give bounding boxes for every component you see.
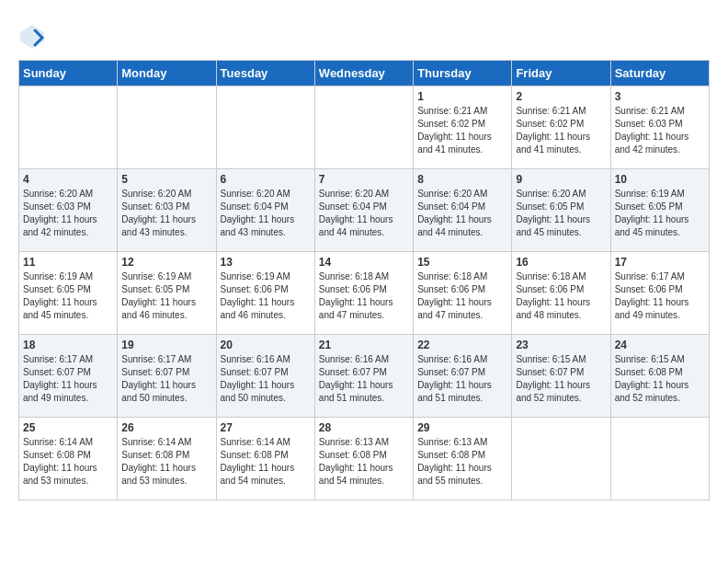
day-number: 9: [516, 173, 606, 186]
day-number: 18: [23, 339, 113, 351]
day-number: 21: [319, 339, 409, 351]
day-info: Sunrise: 6:13 AM Sunset: 6:08 PM Dayligh…: [319, 436, 409, 488]
day-info: Sunrise: 6:16 AM Sunset: 6:07 PM Dayligh…: [221, 353, 311, 405]
day-info: Sunrise: 6:20 AM Sunset: 6:05 PM Dayligh…: [516, 188, 606, 239]
day-number: 15: [417, 256, 507, 269]
calendar-cell: 2Sunrise: 6:21 AM Sunset: 6:02 PM Daylig…: [512, 86, 610, 169]
logo: [18, 23, 50, 51]
calendar-cell: 26Sunrise: 6:14 AM Sunset: 6:08 PM Dayli…: [118, 418, 216, 500]
day-number: 3: [615, 90, 705, 103]
calendar-cell: 25Sunrise: 6:14 AM Sunset: 6:08 PM Dayli…: [19, 418, 118, 500]
calendar-cell: 15Sunrise: 6:18 AM Sunset: 6:06 PM Dayli…: [414, 252, 512, 335]
day-number: 11: [23, 256, 113, 269]
calendar-cell: 7Sunrise: 6:20 AM Sunset: 6:04 PM Daylig…: [314, 169, 413, 252]
calendar-cell: 9Sunrise: 6:20 AM Sunset: 6:05 PM Daylig…: [512, 169, 610, 252]
day-header-tuesday: Tuesday: [216, 61, 314, 86]
day-number: 23: [516, 339, 606, 351]
day-number: 25: [23, 421, 113, 434]
calendar-cell: 5Sunrise: 6:20 AM Sunset: 6:03 PM Daylig…: [118, 169, 216, 252]
calendar-cell: [118, 86, 216, 169]
day-info: Sunrise: 6:19 AM Sunset: 6:05 PM Dayligh…: [121, 270, 211, 322]
day-info: Sunrise: 6:20 AM Sunset: 6:04 PM Dayligh…: [319, 188, 409, 239]
day-number: 22: [417, 339, 507, 351]
day-header-saturday: Saturday: [610, 61, 709, 86]
calendar-cell: 6Sunrise: 6:20 AM Sunset: 6:04 PM Daylig…: [216, 169, 314, 252]
day-info: Sunrise: 6:14 AM Sunset: 6:08 PM Dayligh…: [221, 436, 311, 488]
day-info: Sunrise: 6:18 AM Sunset: 6:06 PM Dayligh…: [516, 270, 606, 322]
day-info: Sunrise: 6:16 AM Sunset: 6:07 PM Dayligh…: [319, 353, 409, 405]
day-info: Sunrise: 6:20 AM Sunset: 6:04 PM Dayligh…: [221, 188, 311, 239]
day-info: Sunrise: 6:18 AM Sunset: 6:06 PM Dayligh…: [319, 270, 409, 322]
day-header-monday: Monday: [118, 61, 216, 86]
calendar-cell: 12Sunrise: 6:19 AM Sunset: 6:05 PM Dayli…: [118, 252, 216, 335]
day-info: Sunrise: 6:17 AM Sunset: 6:07 PM Dayligh…: [121, 353, 211, 405]
calendar-cell: 1Sunrise: 6:21 AM Sunset: 6:02 PM Daylig…: [414, 86, 512, 169]
calendar-cell: 28Sunrise: 6:13 AM Sunset: 6:08 PM Dayli…: [314, 418, 413, 500]
day-number: 10: [615, 173, 705, 186]
day-header-sunday: Sunday: [19, 61, 118, 86]
page-header: [18, 18, 710, 51]
day-info: Sunrise: 6:19 AM Sunset: 6:05 PM Dayligh…: [615, 188, 705, 239]
day-info: Sunrise: 6:21 AM Sunset: 6:02 PM Dayligh…: [516, 105, 606, 156]
day-number: 13: [221, 256, 311, 269]
calendar-cell: 17Sunrise: 6:17 AM Sunset: 6:06 PM Dayli…: [610, 252, 709, 335]
day-number: 6: [221, 173, 311, 186]
day-info: Sunrise: 6:17 AM Sunset: 6:06 PM Dayligh…: [615, 270, 705, 322]
day-number: 17: [615, 256, 705, 269]
calendar-cell: 20Sunrise: 6:16 AM Sunset: 6:07 PM Dayli…: [216, 335, 314, 418]
calendar-cell: 13Sunrise: 6:19 AM Sunset: 6:06 PM Dayli…: [216, 252, 314, 335]
calendar-cell: 18Sunrise: 6:17 AM Sunset: 6:07 PM Dayli…: [19, 335, 118, 418]
calendar-cell: 4Sunrise: 6:20 AM Sunset: 6:03 PM Daylig…: [19, 169, 118, 252]
calendar-week-row: 25Sunrise: 6:14 AM Sunset: 6:08 PM Dayli…: [19, 418, 710, 500]
calendar-week-row: 11Sunrise: 6:19 AM Sunset: 6:05 PM Dayli…: [19, 252, 710, 335]
calendar-cell: 8Sunrise: 6:20 AM Sunset: 6:04 PM Daylig…: [414, 169, 512, 252]
calendar-week-row: 1Sunrise: 6:21 AM Sunset: 6:02 PM Daylig…: [19, 86, 710, 169]
calendar-cell: 11Sunrise: 6:19 AM Sunset: 6:05 PM Dayli…: [19, 252, 118, 335]
day-number: 5: [121, 173, 211, 186]
calendar-cell: [216, 86, 314, 169]
day-info: Sunrise: 6:15 AM Sunset: 6:07 PM Dayligh…: [516, 353, 606, 405]
calendar-cell: 19Sunrise: 6:17 AM Sunset: 6:07 PM Dayli…: [118, 335, 216, 418]
day-info: Sunrise: 6:13 AM Sunset: 6:08 PM Dayligh…: [417, 436, 507, 488]
day-info: Sunrise: 6:19 AM Sunset: 6:06 PM Dayligh…: [221, 270, 311, 322]
day-number: 4: [23, 173, 113, 186]
calendar-cell: 16Sunrise: 6:18 AM Sunset: 6:06 PM Dayli…: [512, 252, 610, 335]
day-number: 24: [615, 339, 705, 351]
day-number: 1: [417, 90, 507, 103]
calendar-week-row: 4Sunrise: 6:20 AM Sunset: 6:03 PM Daylig…: [19, 169, 710, 252]
day-info: Sunrise: 6:20 AM Sunset: 6:03 PM Dayligh…: [23, 188, 113, 239]
day-info: Sunrise: 6:16 AM Sunset: 6:07 PM Dayligh…: [417, 353, 507, 405]
day-number: 27: [221, 421, 311, 434]
logo-icon: [18, 23, 46, 51]
day-info: Sunrise: 6:21 AM Sunset: 6:02 PM Dayligh…: [417, 105, 507, 156]
calendar-cell: [314, 86, 413, 169]
calendar-cell: 24Sunrise: 6:15 AM Sunset: 6:08 PM Dayli…: [610, 335, 709, 418]
calendar-cell: 14Sunrise: 6:18 AM Sunset: 6:06 PM Dayli…: [314, 252, 413, 335]
day-info: Sunrise: 6:18 AM Sunset: 6:06 PM Dayligh…: [417, 270, 507, 322]
day-number: 29: [417, 421, 507, 434]
day-info: Sunrise: 6:14 AM Sunset: 6:08 PM Dayligh…: [23, 436, 113, 488]
day-number: 28: [319, 421, 409, 434]
calendar-header-row: SundayMondayTuesdayWednesdayThursdayFrid…: [19, 61, 710, 86]
calendar-cell: [19, 86, 118, 169]
day-number: 20: [221, 339, 311, 351]
day-info: Sunrise: 6:15 AM Sunset: 6:08 PM Dayligh…: [615, 353, 705, 405]
day-number: 26: [121, 421, 211, 434]
day-info: Sunrise: 6:21 AM Sunset: 6:03 PM Dayligh…: [615, 105, 705, 156]
day-number: 12: [121, 256, 211, 269]
calendar-cell: [512, 418, 610, 500]
calendar-cell: 29Sunrise: 6:13 AM Sunset: 6:08 PM Dayli…: [414, 418, 512, 500]
day-number: 16: [516, 256, 606, 269]
day-number: 8: [417, 173, 507, 186]
day-info: Sunrise: 6:20 AM Sunset: 6:03 PM Dayligh…: [121, 188, 211, 239]
day-number: 7: [319, 173, 409, 186]
calendar-cell: 21Sunrise: 6:16 AM Sunset: 6:07 PM Dayli…: [314, 335, 413, 418]
calendar-table: SundayMondayTuesdayWednesdayThursdayFrid…: [18, 60, 710, 500]
day-info: Sunrise: 6:20 AM Sunset: 6:04 PM Dayligh…: [417, 188, 507, 239]
calendar-cell: 10Sunrise: 6:19 AM Sunset: 6:05 PM Dayli…: [610, 169, 709, 252]
day-info: Sunrise: 6:19 AM Sunset: 6:05 PM Dayligh…: [23, 270, 113, 322]
calendar-cell: 3Sunrise: 6:21 AM Sunset: 6:03 PM Daylig…: [610, 86, 709, 169]
day-number: 14: [319, 256, 409, 269]
day-number: 2: [516, 90, 606, 103]
calendar-cell: 27Sunrise: 6:14 AM Sunset: 6:08 PM Dayli…: [216, 418, 314, 500]
